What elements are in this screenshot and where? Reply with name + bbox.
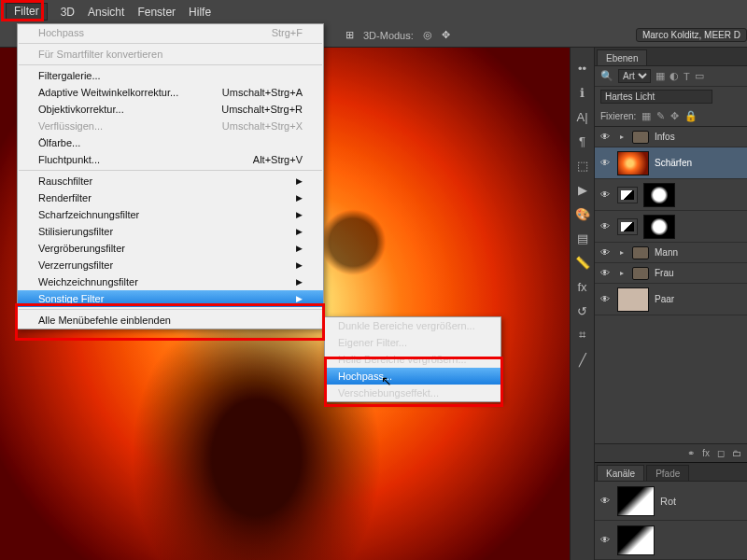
menu-verfluessigen[interactable]: Verflüssigen...Umschalt+Strg+X [18, 118, 323, 134]
info-icon[interactable]: ℹ [575, 85, 590, 100]
visibility-toggle[interactable]: 👁 [599, 132, 612, 142]
submenu-eigener-filter[interactable]: Eigener Filter... [325, 334, 500, 351]
layers-list: 👁 ▸ Infos 👁 Schärfen 👁 👁 👁 ▸ Mann [595, 126, 747, 443]
menu-fluchtpunkt[interactable]: Fluchtpunkt...Alt+Strg+V [18, 151, 323, 168]
sonstige-filter-submenu: Dunkle Bereiche vergrößern... Eigener Fi… [324, 316, 501, 402]
layer-fx-icon[interactable]: fx [702, 448, 710, 458]
channel-rot[interactable]: 👁 Rot [595, 482, 747, 521]
visibility-toggle[interactable]: 👁 [599, 496, 612, 506]
link-layers-icon[interactable]: ⚭ [687, 448, 695, 458]
layers-icon[interactable]: ▤ [575, 231, 590, 245]
measure-icon[interactable]: 📏 [575, 255, 590, 270]
menu-renderfilter[interactable]: Renderfilter▶ [18, 189, 323, 206]
layer-group-mann[interactable]: 👁 ▸ Mann [595, 243, 747, 263]
mask-thumbnail [643, 183, 675, 207]
menu-adaptive-weitwinkel[interactable]: Adaptive Weitwinkelkorrektur...Umschalt+… [18, 84, 323, 101]
options-icon: ⊞ [345, 29, 354, 41]
tab-ebenen[interactable]: Ebenen [597, 49, 647, 65]
menu-filtergalerie[interactable]: Filtergalerie... [18, 67, 323, 84]
menu-show-all[interactable]: Alle Menübefehle einblenden [18, 312, 323, 329]
cursor-icon: ↖ [381, 373, 392, 388]
menubar: Filter 3D Ansicht Fenster Hilfe [0, 0, 747, 23]
menu-vergroeberungsfilter[interactable]: Vergröberungsfilter▶ [18, 240, 323, 257]
submenu-dunkle-bereiche[interactable]: Dunkle Bereiche vergrößern... [325, 317, 500, 334]
layer-filter-row: 🔍 Art ▦ ◐ T ▭ [595, 66, 747, 87]
menu-smartfilter[interactable]: Für Smartfilter konvertieren [18, 46, 323, 63]
twirl-icon[interactable]: ▸ [617, 133, 627, 141]
layer-adjustment-2[interactable]: 👁 [595, 211, 747, 243]
layer-thumbnail [617, 287, 649, 312]
visibility-toggle[interactable]: 👁 [599, 247, 612, 258]
tab-pfade[interactable]: Pfade [646, 465, 689, 481]
brush-icon[interactable]: ╱ [575, 352, 590, 367]
menu-3d[interactable]: 3D [61, 6, 75, 19]
pan-icon[interactable]: ✥ [442, 29, 450, 41]
twirl-icon[interactable]: ▸ [617, 269, 627, 277]
panels: Ebenen 🔍 Art ▦ ◐ T ▭ Hartes Licht Fixier… [594, 48, 747, 560]
history-icon[interactable]: ↺ [575, 303, 590, 318]
lock-all-icon[interactable]: 🔒 [684, 110, 698, 122]
menu-ansicht[interactable]: Ansicht [88, 6, 124, 19]
layers-panel-tabs: Ebenen [595, 48, 747, 66]
layer-paar[interactable]: 👁 Paar [595, 284, 747, 315]
fx-icon[interactable]: fx [575, 279, 590, 294]
menu-rauschfilter[interactable]: Rauschfilter▶ [18, 173, 323, 189]
filter-shape-icon[interactable]: ▭ [695, 70, 704, 82]
lock-position-icon[interactable]: ✥ [670, 110, 679, 122]
filter-adj-icon[interactable]: ◐ [669, 70, 679, 82]
menu-stilisierungsfilter[interactable]: Stilisierungsfilter▶ [18, 223, 323, 240]
folder-icon [632, 246, 649, 259]
layer-adjustment-1[interactable]: 👁 [595, 179, 747, 211]
menu-oelfarbe[interactable]: Ölfarbe... [18, 134, 323, 151]
layer-kind-select[interactable]: Art [618, 69, 651, 83]
visibility-toggle[interactable]: 👁 [599, 189, 612, 200]
lock-transparency-icon[interactable]: ▦ [641, 110, 651, 122]
visibility-toggle[interactable]: 👁 [599, 294, 612, 304]
adjustment-thumbnail [617, 187, 638, 203]
mask-thumbnail [643, 215, 675, 239]
layer-group-infos[interactable]: 👁 ▸ Infos [595, 127, 747, 147]
paragraph-icon[interactable]: ¶ [575, 133, 590, 148]
menu-hilfe[interactable]: Hilfe [189, 6, 211, 19]
swatches-icon[interactable]: 🎨 [575, 206, 590, 221]
submenu-hochpass[interactable]: Hochpass... [325, 368, 500, 385]
layer-schaerfen[interactable]: 👁 Schärfen [595, 147, 747, 179]
menu-fenster[interactable]: Fenster [137, 6, 176, 19]
filter-pixel-icon[interactable]: ▦ [655, 70, 665, 82]
layer-group-frau[interactable]: 👁 ▸ Frau [595, 263, 747, 284]
clone-icon[interactable]: ⌗ [575, 328, 590, 343]
menu-last-filter[interactable]: HochpassStrg+F [18, 24, 323, 41]
tab-kanaele[interactable]: Kanäle [597, 465, 644, 481]
submenu-verschiebungseffekt[interactable]: Verschiebungseffekt... [325, 385, 500, 401]
3d-icon[interactable]: ⬚ [575, 158, 590, 173]
channels-panel: Kanäle Pfade 👁 Rot 👁 [595, 462, 747, 560]
visibility-toggle[interactable]: 👁 [599, 535, 612, 545]
new-group-icon[interactable]: 🗀 [732, 448, 741, 458]
folder-icon [632, 267, 649, 280]
visibility-toggle[interactable]: 👁 [599, 221, 612, 231]
blend-mode-select[interactable]: Hartes Licht [600, 90, 712, 104]
layer-mask-icon[interactable]: ◻ [717, 448, 725, 458]
visibility-toggle[interactable]: 👁 [599, 158, 612, 168]
layers-footer: ⚭ fx ◻ 🗀 [595, 443, 747, 462]
lock-pixels-icon[interactable]: ✎ [656, 110, 665, 122]
twirl-icon[interactable]: ▸ [617, 248, 627, 257]
menu-weichzeichnungsfilter[interactable]: Weichzeichnungsfilter▶ [18, 273, 323, 290]
channel-row[interactable]: 👁 [595, 521, 747, 560]
menu-scharfzeichnungsfilter[interactable]: Scharfzeichnungsfilter▶ [18, 206, 323, 223]
search-icon: 🔍 [600, 70, 613, 82]
menu-sonstige-filter[interactable]: Sonstige Filter▶ [18, 290, 323, 307]
character-icon[interactable]: A| [575, 109, 590, 124]
doc-tab[interactable]: Marco Kolditz, MEER D [636, 28, 747, 42]
submenu-helle-bereiche[interactable]: Helle Bereiche vergrößern... [325, 351, 500, 368]
mode-label: 3D-Modus: [363, 30, 414, 41]
filter-type-icon[interactable]: T [684, 71, 690, 82]
filter-menu: HochpassStrg+F Für Smartfilter konvertie… [17, 23, 324, 329]
menu-objektivkorrektur[interactable]: Objektivkorrektur...Umschalt+Strg+R [18, 101, 323, 118]
visibility-toggle[interactable]: 👁 [599, 268, 612, 278]
menu-verzerrungsfilter[interactable]: Verzerrungsfilter▶ [18, 257, 323, 273]
timeline-icon[interactable]: ▶ [575, 182, 590, 197]
menu-filter[interactable]: Filter [6, 3, 48, 21]
orbit-icon[interactable]: ◎ [423, 29, 432, 41]
collapse-icon[interactable]: •• [575, 61, 590, 76]
